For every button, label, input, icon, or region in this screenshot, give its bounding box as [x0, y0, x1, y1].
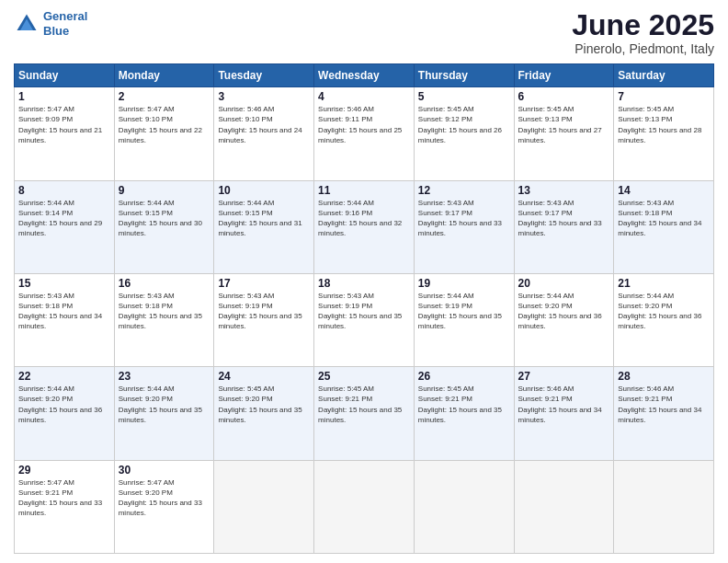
day-info: Sunrise: 5:44 AMSunset: 9:20 PMDaylight:…	[518, 291, 610, 332]
day-info: Sunrise: 5:44 AMSunset: 9:20 PMDaylight:…	[618, 291, 710, 332]
table-cell: 3 Sunrise: 5:46 AMSunset: 9:10 PMDayligh…	[214, 87, 314, 180]
table-cell: 24 Sunrise: 5:45 AMSunset: 9:20 PMDaylig…	[214, 367, 314, 460]
table-cell: 22 Sunrise: 5:44 AMSunset: 9:20 PMDaylig…	[15, 367, 115, 460]
day-info: Sunrise: 5:44 AMSunset: 9:15 PMDaylight:…	[119, 198, 210, 239]
day-number: 11	[318, 184, 410, 197]
day-number: 20	[518, 277, 610, 290]
day-number: 3	[218, 90, 310, 103]
table-cell: 16 Sunrise: 5:43 AMSunset: 9:18 PMDaylig…	[114, 273, 214, 366]
day-number: 27	[518, 370, 610, 383]
day-number: 7	[618, 90, 710, 103]
table-cell: 13 Sunrise: 5:43 AMSunset: 9:17 PMDaylig…	[514, 180, 614, 273]
day-info: Sunrise: 5:45 AMSunset: 9:21 PMDaylight:…	[318, 384, 410, 425]
day-number: 16	[119, 277, 210, 290]
logo-general: General	[43, 9, 87, 23]
day-info: Sunrise: 5:45 AMSunset: 9:13 PMDaylight:…	[518, 104, 610, 145]
day-info: Sunrise: 5:43 AMSunset: 9:18 PMDaylight:…	[119, 291, 210, 332]
day-info: Sunrise: 5:43 AMSunset: 9:17 PMDaylight:…	[518, 198, 610, 239]
table-cell: 12 Sunrise: 5:43 AMSunset: 9:17 PMDaylig…	[414, 180, 514, 273]
day-info: Sunrise: 5:44 AMSunset: 9:20 PMDaylight:…	[119, 384, 210, 425]
table-row: 29 Sunrise: 5:47 AMSunset: 9:21 PMDaylig…	[15, 460, 714, 553]
day-number: 14	[618, 184, 710, 197]
location: Pinerolo, Piedmont, Italy	[572, 41, 714, 56]
day-info: Sunrise: 5:44 AMSunset: 9:16 PMDaylight:…	[318, 198, 410, 239]
table-cell: 26 Sunrise: 5:45 AMSunset: 9:21 PMDaylig…	[414, 367, 514, 460]
day-info: Sunrise: 5:45 AMSunset: 9:20 PMDaylight:…	[218, 384, 310, 425]
col-wednesday: Wednesday	[314, 64, 415, 87]
table-row: 8 Sunrise: 5:44 AMSunset: 9:14 PMDayligh…	[15, 180, 714, 273]
day-number: 8	[18, 184, 110, 197]
day-info: Sunrise: 5:46 AMSunset: 9:21 PMDaylight:…	[618, 384, 710, 425]
table-cell: 10 Sunrise: 5:44 AMSunset: 9:15 PMDaylig…	[214, 180, 314, 273]
day-info: Sunrise: 5:47 AMSunset: 9:09 PMDaylight:…	[18, 104, 110, 145]
col-tuesday: Tuesday	[214, 64, 314, 87]
day-info: Sunrise: 5:45 AMSunset: 9:21 PMDaylight:…	[418, 384, 510, 425]
logo-text: General Blue	[43, 9, 87, 38]
table-cell: 17 Sunrise: 5:43 AMSunset: 9:19 PMDaylig…	[214, 273, 314, 366]
col-friday: Friday	[514, 64, 614, 87]
table-cell: 5 Sunrise: 5:45 AMSunset: 9:12 PMDayligh…	[414, 87, 514, 180]
table-cell: 28 Sunrise: 5:46 AMSunset: 9:21 PMDaylig…	[614, 367, 714, 460]
table-cell-empty	[514, 460, 614, 553]
day-number: 30	[119, 464, 210, 477]
table-cell: 30 Sunrise: 5:47 AMSunset: 9:20 PMDaylig…	[114, 460, 214, 553]
day-number: 28	[618, 370, 710, 383]
table-cell-empty	[314, 460, 415, 553]
day-info: Sunrise: 5:46 AMSunset: 9:11 PMDaylight:…	[318, 104, 410, 145]
table-cell: 23 Sunrise: 5:44 AMSunset: 9:20 PMDaylig…	[114, 367, 214, 460]
day-info: Sunrise: 5:43 AMSunset: 9:19 PMDaylight:…	[318, 291, 410, 332]
day-info: Sunrise: 5:43 AMSunset: 9:18 PMDaylight:…	[618, 198, 710, 239]
day-number: 17	[218, 277, 310, 290]
day-number: 22	[18, 370, 110, 383]
day-number: 15	[18, 277, 110, 290]
table-cell: 19 Sunrise: 5:44 AMSunset: 9:19 PMDaylig…	[414, 273, 514, 366]
table-cell: 7 Sunrise: 5:45 AMSunset: 9:13 PMDayligh…	[614, 87, 714, 180]
table-cell-empty	[414, 460, 514, 553]
table-row: 1 Sunrise: 5:47 AMSunset: 9:09 PMDayligh…	[15, 87, 714, 180]
table-row: 15 Sunrise: 5:43 AMSunset: 9:18 PMDaylig…	[15, 273, 714, 366]
day-number: 19	[418, 277, 510, 290]
calendar-table: Sunday Monday Tuesday Wednesday Thursday…	[14, 63, 714, 554]
day-number: 13	[518, 184, 610, 197]
logo-icon	[14, 11, 40, 37]
day-info: Sunrise: 5:47 AMSunset: 9:21 PMDaylight:…	[18, 477, 110, 519]
table-cell: 25 Sunrise: 5:45 AMSunset: 9:21 PMDaylig…	[314, 367, 415, 460]
day-number: 6	[518, 90, 610, 103]
col-thursday: Thursday	[414, 64, 514, 87]
day-info: Sunrise: 5:45 AMSunset: 9:12 PMDaylight:…	[418, 104, 510, 145]
day-info: Sunrise: 5:45 AMSunset: 9:13 PMDaylight:…	[618, 104, 710, 145]
table-cell-empty	[614, 460, 714, 553]
table-cell: 4 Sunrise: 5:46 AMSunset: 9:11 PMDayligh…	[314, 87, 415, 180]
table-row: 22 Sunrise: 5:44 AMSunset: 9:20 PMDaylig…	[15, 367, 714, 460]
table-cell: 15 Sunrise: 5:43 AMSunset: 9:18 PMDaylig…	[15, 273, 115, 366]
col-saturday: Saturday	[614, 64, 714, 87]
table-cell: 1 Sunrise: 5:47 AMSunset: 9:09 PMDayligh…	[15, 87, 115, 180]
table-cell: 2 Sunrise: 5:47 AMSunset: 9:10 PMDayligh…	[114, 87, 214, 180]
table-cell: 9 Sunrise: 5:44 AMSunset: 9:15 PMDayligh…	[114, 180, 214, 273]
table-cell: 27 Sunrise: 5:46 AMSunset: 9:21 PMDaylig…	[514, 367, 614, 460]
day-number: 23	[119, 370, 210, 383]
day-number: 4	[318, 90, 410, 103]
title-section: June 2025 Pinerolo, Piedmont, Italy	[572, 9, 714, 56]
day-info: Sunrise: 5:47 AMSunset: 9:10 PMDaylight:…	[119, 104, 210, 145]
day-number: 18	[318, 277, 410, 290]
day-number: 9	[119, 184, 210, 197]
day-info: Sunrise: 5:44 AMSunset: 9:14 PMDaylight:…	[18, 198, 110, 239]
day-number: 29	[18, 464, 110, 477]
calendar-header-row: Sunday Monday Tuesday Wednesday Thursday…	[15, 64, 714, 87]
day-info: Sunrise: 5:44 AMSunset: 9:15 PMDaylight:…	[218, 198, 310, 239]
day-number: 5	[418, 90, 510, 103]
table-cell: 14 Sunrise: 5:43 AMSunset: 9:18 PMDaylig…	[614, 180, 714, 273]
day-info: Sunrise: 5:46 AMSunset: 9:21 PMDaylight:…	[518, 384, 610, 425]
header: General Blue June 2025 Pinerolo, Piedmon…	[14, 9, 714, 56]
month-title: June 2025	[572, 9, 714, 41]
day-info: Sunrise: 5:43 AMSunset: 9:19 PMDaylight:…	[218, 291, 310, 332]
day-info: Sunrise: 5:44 AMSunset: 9:19 PMDaylight:…	[418, 291, 510, 332]
day-number: 12	[418, 184, 510, 197]
day-number: 10	[218, 184, 310, 197]
table-cell: 20 Sunrise: 5:44 AMSunset: 9:20 PMDaylig…	[514, 273, 614, 366]
page: General Blue June 2025 Pinerolo, Piedmon…	[0, 0, 728, 563]
day-info: Sunrise: 5:44 AMSunset: 9:20 PMDaylight:…	[18, 384, 110, 425]
day-info: Sunrise: 5:46 AMSunset: 9:10 PMDaylight:…	[218, 104, 310, 145]
logo: General Blue	[14, 9, 87, 38]
